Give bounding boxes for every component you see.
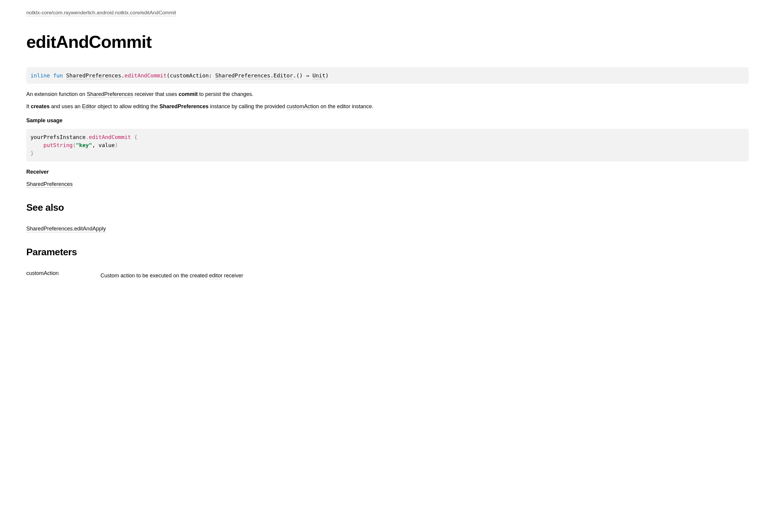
keyword-fun: fun	[53, 72, 63, 79]
code-func: putString	[43, 142, 73, 148]
code-text: yourPrefsInstance	[30, 134, 85, 140]
rparen: )	[325, 72, 328, 79]
see-also-block: SharedPreferences.editAndApply	[26, 225, 749, 233]
function-name[interactable]: editAndCommit	[124, 72, 166, 79]
breadcrumb-item-0[interactable]: notktx-core	[26, 10, 51, 16]
parameters-heading: Parameters	[26, 245, 749, 259]
sample-code-block: yourPrefsInstance.editAndCommit { putStr…	[26, 129, 749, 161]
code-func: editAndCommit	[89, 134, 131, 140]
text: An extension function on	[26, 91, 87, 97]
code-punc: (	[73, 142, 76, 148]
type-link-receiver[interactable]: SharedPreferences	[66, 72, 121, 79]
colon: :	[209, 72, 215, 79]
breadcrumb-sep: /	[140, 10, 141, 16]
breadcrumb: notktx-core/com.raywenderlich.android.no…	[26, 9, 749, 17]
sample-usage-label: Sample usage	[26, 117, 749, 125]
link-customaction[interactable]: customAction	[287, 103, 319, 110]
lparen: (	[166, 72, 170, 79]
keyword-inline: inline	[30, 72, 50, 79]
type-link-return[interactable]: Unit	[312, 72, 325, 79]
description-1: An extension function on SharedPreferenc…	[26, 90, 749, 98]
dot: .	[121, 72, 124, 79]
code-punc: )	[115, 142, 118, 148]
bold-sharedpreferences: SharedPreferences	[159, 103, 208, 109]
page-title: editAndCommit	[26, 29, 749, 55]
receiver-label: Receiver	[26, 168, 749, 176]
breadcrumb-item-2[interactable]: editAndCommit	[141, 10, 176, 16]
link-editor[interactable]: Editor	[82, 103, 96, 110]
text: It	[26, 103, 31, 109]
link-sharedpreferences[interactable]: SharedPreferences	[87, 91, 133, 98]
after-type: .()	[293, 72, 306, 79]
text: instance by calling the provided	[208, 103, 286, 109]
type-link-param[interactable]: SharedPreferences.Editor	[215, 72, 293, 79]
text: to persist the changes.	[198, 91, 253, 97]
parameter-description: Custom action to be executed on the crea…	[100, 269, 749, 280]
see-also-link[interactable]: SharedPreferences.editAndApply	[26, 226, 106, 232]
space	[309, 72, 312, 79]
parameter-name: customAction	[26, 269, 86, 277]
breadcrumb-item-1[interactable]: com.raywenderlich.android.notktx.core	[53, 10, 140, 16]
text: and uses an	[50, 103, 82, 109]
text: receiver that uses	[133, 91, 178, 97]
see-also-heading: See also	[26, 200, 749, 215]
code-indent	[30, 142, 43, 148]
param-name: customAction	[170, 72, 209, 79]
parameter-row: customAction Custom action to be execute…	[26, 269, 749, 280]
code-punc: }	[30, 150, 34, 156]
code-punc: .	[85, 134, 89, 140]
text: Custom action to be executed on the crea…	[100, 273, 209, 279]
text: on the editor instance.	[319, 103, 373, 109]
receiver-block: SharedPreferences	[26, 180, 749, 188]
text: receiver	[222, 273, 243, 279]
bold-commit: commit	[178, 91, 198, 97]
receiver-link[interactable]: SharedPreferences	[26, 181, 73, 188]
code-text: , value	[92, 142, 115, 148]
link-editor-param[interactable]: editor	[209, 273, 222, 279]
bold-creates: creates	[31, 103, 50, 109]
arrow-icon: →	[306, 72, 309, 79]
code-string: "key"	[76, 142, 92, 148]
code-punc: {	[131, 134, 137, 140]
signature-block: inline fun SharedPreferences.editAndComm…	[26, 67, 749, 84]
description-2: It creates and uses an Editor object to …	[26, 103, 749, 111]
text: object to allow editing the	[96, 103, 159, 109]
